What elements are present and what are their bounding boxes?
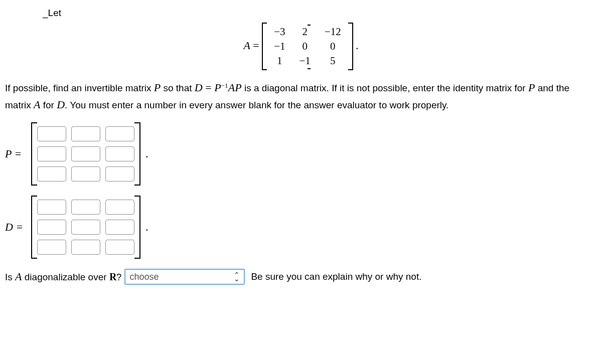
d-input-2-1[interactable] xyxy=(71,240,100,255)
let-text: Let xyxy=(48,8,61,18)
p-input-1-0[interactable] xyxy=(37,146,66,161)
let-line: _Let xyxy=(43,8,597,19)
p-input-0-2[interactable] xyxy=(105,126,134,141)
matrix-a-bracket: −3 2 −12 −1 0 0 1 −1 5 xyxy=(262,23,353,70)
d-input-2-2[interactable] xyxy=(105,240,134,255)
p-input-0-0[interactable] xyxy=(37,126,66,141)
p-input-0-1[interactable] xyxy=(71,126,100,141)
d-input-2-0[interactable] xyxy=(37,240,66,255)
matrix-a-table: −3 2 −12 −1 0 0 1 −1 5 xyxy=(267,25,348,68)
let-underscore: _ xyxy=(43,8,48,18)
p-input-1-2[interactable] xyxy=(105,146,134,161)
d-label: D = xyxy=(5,221,29,234)
d-answer-row: D = . xyxy=(5,196,597,259)
d-input-0-0[interactable] xyxy=(37,200,66,215)
explain-note: Be sure you can explain why or why not. xyxy=(251,271,421,282)
diagonalizable-question: Is A diagonalizable over R? choose ⌃⌄ Be… xyxy=(5,269,597,285)
d-input-1-2[interactable] xyxy=(105,220,134,235)
d-input-0-1[interactable] xyxy=(71,200,100,215)
p-input-1-1[interactable] xyxy=(71,146,100,161)
p-input-2-2[interactable] xyxy=(105,166,134,181)
d-matrix-bracket xyxy=(31,196,140,259)
instructions-text: If possible, find an invertible matrix P… xyxy=(5,79,597,113)
matrix-a-display: A = −3 2 −12 −1 0 0 1 −1 5 . xyxy=(5,23,597,70)
p-matrix-bracket xyxy=(31,122,140,186)
d-input-1-1[interactable] xyxy=(71,220,100,235)
real-numbers-symbol: R xyxy=(109,271,116,283)
diagonalizable-select[interactable]: choose xyxy=(124,269,245,285)
p-label: P = xyxy=(5,147,29,160)
d-input-0-2[interactable] xyxy=(105,200,134,215)
p-input-2-0[interactable] xyxy=(37,166,66,181)
matrix-a-label: A xyxy=(244,39,250,52)
p-answer-row: P = . xyxy=(5,122,597,186)
p-input-2-1[interactable] xyxy=(71,166,100,181)
d-input-1-0[interactable] xyxy=(37,220,66,235)
